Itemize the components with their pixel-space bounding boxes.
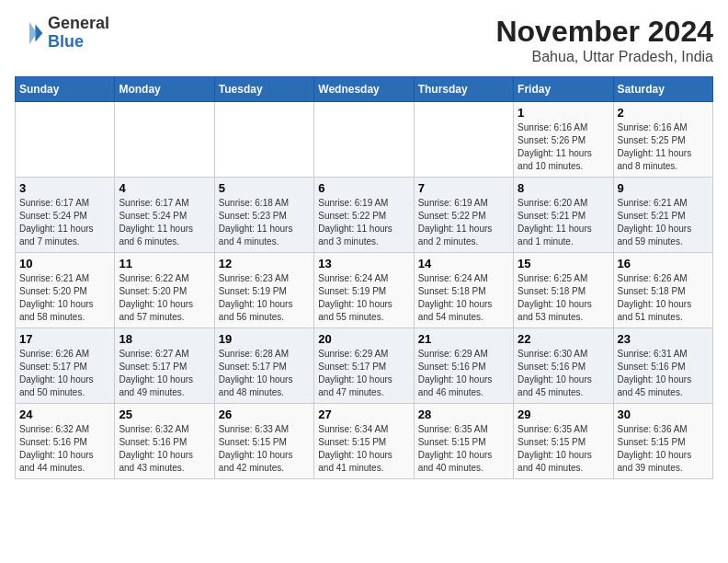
page-subtitle: Bahua, Uttar Pradesh, India	[495, 49, 713, 65]
day-info: Sunrise: 6:17 AM Sunset: 5:24 PM Dayligh…	[19, 197, 110, 248]
calendar-cell: 21Sunrise: 6:29 AM Sunset: 5:16 PM Dayli…	[414, 328, 513, 404]
day-info: Sunrise: 6:34 AM Sunset: 5:15 PM Dayligh…	[318, 423, 409, 475]
calendar-cell: 18Sunrise: 6:27 AM Sunset: 5:17 PM Dayli…	[115, 328, 214, 404]
calendar-cell: 19Sunrise: 6:28 AM Sunset: 5:17 PM Dayli…	[214, 328, 313, 404]
weekday-header: Tuesday	[214, 77, 313, 102]
day-info: Sunrise: 6:35 AM Sunset: 5:15 PM Dayligh…	[418, 423, 509, 475]
calendar-cell: 14Sunrise: 6:24 AM Sunset: 5:18 PM Dayli…	[414, 253, 513, 328]
calendar-table: SundayMondayTuesdayWednesdayThursdayFrid…	[15, 76, 713, 479]
calendar-cell: 20Sunrise: 6:29 AM Sunset: 5:17 PM Dayli…	[314, 328, 414, 404]
day-info: Sunrise: 6:27 AM Sunset: 5:17 PM Dayligh…	[119, 348, 210, 399]
page-title: November 2024	[495, 15, 713, 49]
calendar-cell: 29Sunrise: 6:35 AM Sunset: 5:15 PM Dayli…	[514, 404, 613, 479]
day-info: Sunrise: 6:32 AM Sunset: 5:16 PM Dayligh…	[119, 423, 210, 475]
day-number: 15	[518, 257, 609, 270]
calendar-cell: 8Sunrise: 6:20 AM Sunset: 5:21 PM Daylig…	[514, 178, 613, 253]
calendar-cell: 11Sunrise: 6:22 AM Sunset: 5:20 PM Dayli…	[115, 253, 214, 328]
calendar-cell: 2Sunrise: 6:16 AM Sunset: 5:25 PM Daylig…	[613, 102, 712, 178]
day-number: 18	[119, 332, 210, 346]
day-info: Sunrise: 6:35 AM Sunset: 5:15 PM Dayligh…	[518, 423, 609, 475]
day-number: 30	[618, 408, 709, 421]
calendar-cell	[414, 102, 513, 178]
logo-text: General Blue	[48, 15, 109, 52]
weekday-header: Thursday	[414, 77, 513, 102]
day-info: Sunrise: 6:28 AM Sunset: 5:17 PM Dayligh…	[219, 348, 310, 399]
day-info: Sunrise: 6:19 AM Sunset: 5:22 PM Dayligh…	[318, 197, 409, 248]
day-info: Sunrise: 6:24 AM Sunset: 5:19 PM Dayligh…	[318, 272, 409, 324]
day-number: 9	[618, 181, 709, 195]
day-info: Sunrise: 6:36 AM Sunset: 5:15 PM Dayligh…	[618, 423, 709, 475]
weekday-header: Monday	[115, 77, 214, 102]
day-info: Sunrise: 6:33 AM Sunset: 5:15 PM Dayligh…	[219, 423, 310, 475]
day-number: 21	[418, 332, 509, 346]
day-number: 7	[418, 181, 509, 195]
day-info: Sunrise: 6:18 AM Sunset: 5:23 PM Dayligh…	[219, 197, 310, 248]
day-number: 12	[219, 257, 310, 270]
day-number: 17	[19, 332, 110, 346]
calendar-cell: 25Sunrise: 6:32 AM Sunset: 5:16 PM Dayli…	[115, 404, 214, 479]
calendar-cell: 17Sunrise: 6:26 AM Sunset: 5:17 PM Dayli…	[16, 328, 115, 404]
calendar-cell	[314, 102, 414, 178]
day-number: 26	[219, 408, 310, 421]
day-info: Sunrise: 6:24 AM Sunset: 5:18 PM Dayligh…	[418, 272, 509, 324]
day-number: 14	[418, 257, 509, 270]
calendar-cell: 24Sunrise: 6:32 AM Sunset: 5:16 PM Dayli…	[16, 404, 115, 479]
weekday-header: Wednesday	[314, 77, 414, 102]
title-area: November 2024 Bahua, Uttar Pradesh, Indi…	[495, 15, 713, 65]
calendar-cell: 6Sunrise: 6:19 AM Sunset: 5:22 PM Daylig…	[314, 178, 414, 253]
calendar-cell: 30Sunrise: 6:36 AM Sunset: 5:15 PM Dayli…	[613, 404, 712, 479]
day-number: 8	[518, 181, 609, 195]
calendar-cell: 4Sunrise: 6:17 AM Sunset: 5:24 PM Daylig…	[115, 178, 214, 253]
day-info: Sunrise: 6:30 AM Sunset: 5:16 PM Dayligh…	[518, 348, 609, 399]
day-number: 23	[618, 332, 709, 346]
day-info: Sunrise: 6:26 AM Sunset: 5:18 PM Dayligh…	[618, 272, 709, 324]
day-info: Sunrise: 6:23 AM Sunset: 5:19 PM Dayligh…	[219, 272, 310, 324]
calendar-cell: 22Sunrise: 6:30 AM Sunset: 5:16 PM Dayli…	[514, 328, 613, 404]
day-number: 13	[318, 257, 409, 270]
day-number: 2	[618, 106, 709, 120]
day-number: 24	[19, 408, 110, 421]
calendar-cell: 10Sunrise: 6:21 AM Sunset: 5:20 PM Dayli…	[16, 253, 115, 328]
day-number: 20	[318, 332, 409, 346]
calendar-week-row: 17Sunrise: 6:26 AM Sunset: 5:17 PM Dayli…	[16, 328, 713, 404]
calendar-body: 1Sunrise: 6:16 AM Sunset: 5:26 PM Daylig…	[16, 102, 713, 479]
calendar-header: SundayMondayTuesdayWednesdayThursdayFrid…	[16, 77, 713, 102]
day-info: Sunrise: 6:22 AM Sunset: 5:20 PM Dayligh…	[119, 272, 210, 324]
day-number: 16	[618, 257, 709, 270]
logo-icon	[15, 18, 44, 48]
calendar-cell: 15Sunrise: 6:25 AM Sunset: 5:18 PM Dayli…	[514, 253, 613, 328]
calendar-week-row: 24Sunrise: 6:32 AM Sunset: 5:16 PM Dayli…	[16, 404, 713, 479]
day-number: 5	[219, 181, 310, 195]
day-info: Sunrise: 6:31 AM Sunset: 5:16 PM Dayligh…	[618, 348, 709, 399]
day-info: Sunrise: 6:25 AM Sunset: 5:18 PM Dayligh…	[518, 272, 609, 324]
logo: General Blue	[15, 15, 109, 52]
weekday-header: Friday	[514, 77, 613, 102]
day-number: 19	[219, 332, 310, 346]
header: General Blue November 2024 Bahua, Uttar …	[15, 15, 713, 65]
calendar-cell: 23Sunrise: 6:31 AM Sunset: 5:16 PM Dayli…	[613, 328, 712, 404]
weekday-header: Saturday	[613, 77, 712, 102]
day-info: Sunrise: 6:16 AM Sunset: 5:25 PM Dayligh…	[618, 121, 709, 173]
day-number: 22	[518, 332, 609, 346]
day-info: Sunrise: 6:19 AM Sunset: 5:22 PM Dayligh…	[418, 197, 509, 248]
calendar-cell: 28Sunrise: 6:35 AM Sunset: 5:15 PM Dayli…	[414, 404, 513, 479]
calendar-week-row: 1Sunrise: 6:16 AM Sunset: 5:26 PM Daylig…	[16, 102, 713, 178]
day-number: 29	[518, 408, 609, 421]
calendar-cell	[214, 102, 313, 178]
calendar-cell: 9Sunrise: 6:21 AM Sunset: 5:21 PM Daylig…	[613, 178, 712, 253]
day-number: 25	[119, 408, 210, 421]
day-info: Sunrise: 6:20 AM Sunset: 5:21 PM Dayligh…	[518, 197, 609, 248]
weekday-header: Sunday	[16, 77, 115, 102]
calendar-cell: 27Sunrise: 6:34 AM Sunset: 5:15 PM Dayli…	[314, 404, 414, 479]
calendar-cell: 3Sunrise: 6:17 AM Sunset: 5:24 PM Daylig…	[16, 178, 115, 253]
day-info: Sunrise: 6:21 AM Sunset: 5:21 PM Dayligh…	[618, 197, 709, 248]
day-number: 11	[119, 257, 210, 270]
day-number: 10	[19, 257, 110, 270]
day-info: Sunrise: 6:26 AM Sunset: 5:17 PM Dayligh…	[19, 348, 110, 399]
day-number: 28	[418, 408, 509, 421]
day-info: Sunrise: 6:29 AM Sunset: 5:17 PM Dayligh…	[318, 348, 409, 399]
calendar-cell	[115, 102, 214, 178]
calendar-cell: 26Sunrise: 6:33 AM Sunset: 5:15 PM Dayli…	[214, 404, 313, 479]
calendar-cell: 7Sunrise: 6:19 AM Sunset: 5:22 PM Daylig…	[414, 178, 513, 253]
day-number: 3	[19, 181, 110, 195]
